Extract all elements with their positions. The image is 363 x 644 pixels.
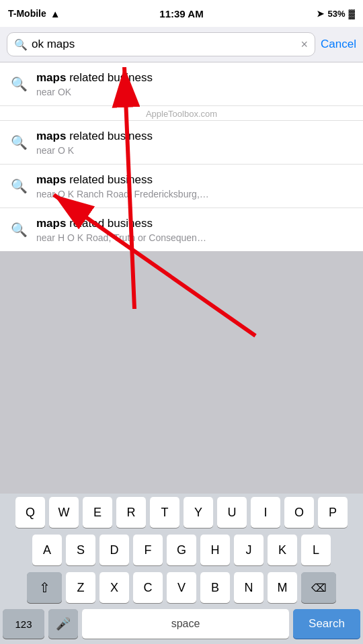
- status-bar: T-Mobile ▲ 11:39 AM ➤ 53% ▓: [0, 0, 363, 27]
- battery-text: 53%: [327, 9, 345, 19]
- key-w[interactable]: W: [49, 497, 79, 528]
- key-n[interactable]: N: [234, 572, 264, 603]
- result-bold-0: maps: [36, 71, 66, 84]
- key-numbers[interactable]: 123: [3, 609, 44, 639]
- result-search-icon-0: 🔍: [9, 75, 28, 93]
- key-p[interactable]: P: [318, 497, 348, 528]
- key-u[interactable]: U: [217, 497, 247, 528]
- key-mic[interactable]: 🎤: [48, 609, 78, 639]
- result-text-3: maps related business near H O K Road, T…: [36, 216, 354, 243]
- location-icon: ➤: [317, 9, 324, 19]
- key-a[interactable]: A: [32, 535, 62, 565]
- result-title-0: maps related business: [36, 71, 354, 85]
- key-k[interactable]: K: [268, 535, 297, 565]
- result-rest-2: related business: [66, 173, 153, 186]
- carrier-text: T-Mobile: [8, 8, 46, 19]
- status-left: T-Mobile ▲: [8, 8, 61, 19]
- result-search-icon-2: 🔍: [9, 177, 28, 195]
- key-space[interactable]: space: [82, 609, 289, 639]
- result-search-icon-3: 🔍: [9, 220, 28, 239]
- key-q[interactable]: Q: [15, 497, 45, 528]
- keyboard: Q W E R T Y U I O P A S D F G H J K L ⇧ …: [0, 494, 363, 644]
- key-s[interactable]: S: [66, 535, 95, 565]
- result-item-2[interactable]: 🔍 maps related business near O K Ranch R…: [0, 165, 363, 208]
- result-rest-1: related business: [66, 130, 153, 142]
- result-text-1: maps related business near O K: [36, 129, 354, 156]
- result-subtitle-3: near H O K Road, Truth or Consequen…: [36, 232, 354, 243]
- key-d[interactable]: D: [99, 535, 129, 565]
- result-subtitle-2: near O K Ranch Road, Fredericksburg,…: [36, 189, 354, 199]
- keyboard-row-1: Q W E R T Y U I O P: [0, 494, 363, 531]
- result-text-0: maps related business near OK: [36, 71, 354, 97]
- result-rest-0: related business: [66, 71, 153, 84]
- key-r[interactable]: R: [116, 497, 146, 528]
- result-subtitle-0: near OK: [36, 87, 354, 97]
- search-icon: 🔍: [14, 38, 28, 51]
- keyboard-row-2: A S D F G H J K L: [0, 531, 363, 569]
- key-f[interactable]: F: [133, 535, 163, 565]
- result-item-3[interactable]: 🔍 maps related business near H O K Road,…: [0, 208, 363, 251]
- keyboard-row-3: ⇧ Z X C V B N M ⌫: [0, 569, 363, 606]
- search-button[interactable]: Search: [293, 609, 360, 639]
- result-bold-2: maps: [36, 173, 66, 186]
- key-m[interactable]: M: [268, 572, 297, 603]
- clear-button[interactable]: ×: [301, 38, 309, 50]
- results-list: 🔍 maps related business near OK AppleToo…: [0, 62, 363, 252]
- result-item-0[interactable]: 🔍 maps related business near OK: [0, 62, 363, 106]
- result-search-icon-1: 🔍: [9, 133, 28, 152]
- result-title-1: maps related business: [36, 129, 354, 144]
- key-shift[interactable]: ⇧: [27, 572, 62, 603]
- result-subtitle-1: near O K: [36, 145, 354, 156]
- key-i[interactable]: I: [251, 497, 280, 528]
- key-y[interactable]: Y: [184, 497, 213, 528]
- result-bold-1: maps: [36, 130, 66, 142]
- key-e[interactable]: E: [83, 497, 112, 528]
- key-l[interactable]: L: [301, 535, 331, 565]
- result-rest-3: related business: [66, 217, 153, 230]
- key-o[interactable]: O: [284, 497, 314, 528]
- key-z[interactable]: Z: [66, 572, 95, 603]
- result-text-2: maps related business near O K Ranch Roa…: [36, 173, 354, 199]
- search-query[interactable]: ok maps: [32, 38, 297, 51]
- key-v[interactable]: V: [167, 572, 196, 603]
- search-bar: 🔍 ok maps × Cancel: [0, 27, 363, 62]
- key-b[interactable]: B: [200, 572, 230, 603]
- key-c[interactable]: C: [133, 572, 163, 603]
- key-t[interactable]: T: [150, 497, 179, 528]
- result-title-3: maps related business: [36, 216, 354, 231]
- status-right: ➤ 53% ▓: [317, 9, 355, 19]
- result-title-2: maps related business: [36, 173, 354, 187]
- key-j[interactable]: J: [234, 535, 264, 565]
- status-time: 11:39 AM: [159, 8, 203, 19]
- key-delete[interactable]: ⌫: [301, 572, 336, 603]
- result-bold-3: maps: [36, 217, 66, 230]
- key-x[interactable]: X: [99, 572, 129, 603]
- cancel-button[interactable]: Cancel: [321, 38, 356, 51]
- keyboard-row-4: 123 🎤 space Search: [0, 606, 363, 644]
- wifi-icon: ▲: [50, 8, 61, 19]
- result-item-1[interactable]: 🔍 maps related business near O K: [0, 121, 363, 165]
- key-h[interactable]: H: [200, 535, 230, 565]
- key-g[interactable]: G: [167, 535, 196, 565]
- watermark: AppleToolbox.com: [0, 106, 363, 121]
- search-input-container[interactable]: 🔍 ok maps ×: [7, 32, 315, 56]
- battery-icon: ▓: [349, 9, 355, 19]
